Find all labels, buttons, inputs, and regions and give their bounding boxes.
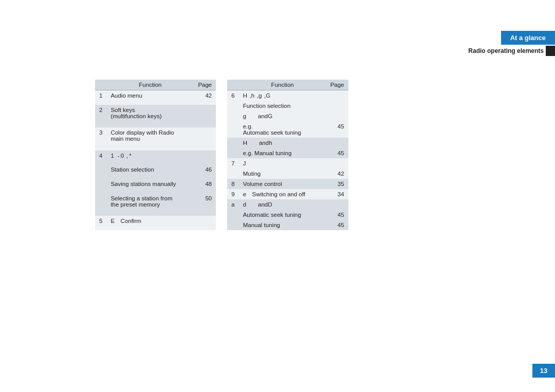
row-function: Soft keys(multifunction keys) [106,105,194,127]
table-row: Selecting a station fromthe preset memor… [95,193,216,216]
left-function-table: Function Page 1Audio menu422Soft keys(mu… [95,80,216,230]
table-row: Station selection46 [95,164,216,179]
row-num: 7 [227,158,238,169]
table-row: Function selection [227,101,348,111]
row-function: 1 - 0 , * [106,151,194,165]
row-page: 45 [326,121,348,138]
row-page: 48 [194,179,216,193]
row-num: 1 [95,90,106,105]
row-page [326,90,348,101]
row-num: 9 [227,189,238,199]
row-num [227,169,238,179]
row-num: 3 [95,127,106,150]
row-page [194,216,216,230]
row-page: 45 [326,220,348,230]
row-num [95,164,106,179]
left-header-num [95,80,106,90]
row-num: 8 [227,179,238,189]
row-num [227,101,238,111]
table-row: e.g. Manual tuning45 [227,148,348,158]
radio-operating-elements-label: Radio operating elements [468,47,546,54]
row-function: e.g.Automatic seek tuning [239,121,326,138]
page-number-badge: 13 [532,364,555,378]
row-function: Station selection [106,164,194,179]
row-num [227,210,238,220]
row-num [227,138,238,148]
radio-operating-elements-row: Radio operating elements [468,46,555,56]
table-row: ad andD [227,199,348,210]
table-row: 1Audio menu42 [95,90,216,105]
row-function: Volume control [239,179,326,189]
right-header-function: Function [239,80,326,90]
row-page [194,105,216,127]
row-page [326,199,348,210]
row-function: g andG [239,111,326,121]
table-row: 9e Switching on and off34 [227,189,348,199]
black-square-decoration [546,46,555,56]
row-num: 5 [95,216,106,230]
left-header-page: Page [194,80,216,90]
row-page: 50 [194,193,216,216]
table-row: Saving stations manually48 [95,179,216,193]
row-function: e Switching on and off [239,189,326,199]
row-num: 4 [95,151,106,165]
row-function: Audio menu [106,90,194,105]
header-area: At a glance Radio operating elements [468,31,555,56]
table-row: Manual tuning45 [227,220,348,230]
row-page [326,101,348,111]
row-function: Selecting a station fromthe preset memor… [106,193,194,216]
main-content: Function Page 1Audio menu422Soft keys(mu… [95,80,348,230]
table-row: e.g.Automatic seek tuning45 [227,121,348,138]
row-num [227,121,238,138]
table-row: 3Color display with Radiomain menu [95,127,216,150]
row-page: 45 [326,148,348,158]
row-page [194,127,216,150]
row-function: H ,h ,g ,G [239,90,326,101]
table-row: 7J [227,158,348,169]
row-function: H andh [239,138,326,148]
row-page [326,138,348,148]
row-page: 45 [326,210,348,220]
table-row: H andh [227,138,348,148]
table-row: 41 - 0 , * [95,151,216,165]
right-header-page: Page [326,80,348,90]
right-function-table: Function Page 6H ,h ,g ,GFunction select… [227,80,348,230]
row-num [95,179,106,193]
row-function: e.g. Manual tuning [239,148,326,158]
at-a-glance-label: At a glance [501,31,555,45]
table-row: Muting42 [227,169,348,179]
row-function: Muting [239,169,326,179]
row-page: 42 [326,169,348,179]
right-header-num [227,80,238,90]
table-row: 2Soft keys(multifunction keys) [95,105,216,127]
table-row: Automatic seek tuning45 [227,210,348,220]
row-page: 42 [194,90,216,105]
row-function: Saving stations manually [106,179,194,193]
row-function: Color display with Radiomain menu [106,127,194,150]
table-row: 8Volume control35 [227,179,348,189]
row-page: 35 [326,179,348,189]
row-num [95,193,106,216]
row-page [326,158,348,169]
table-row: g andG [227,111,348,121]
row-num [227,220,238,230]
table-row: 6H ,h ,g ,G [227,90,348,101]
row-num [227,111,238,121]
row-page: 46 [194,164,216,179]
left-header-function: Function [106,80,194,90]
row-page [326,111,348,121]
row-function: Function selection [239,101,326,111]
row-function: Manual tuning [239,220,326,230]
table-row: 5E Confirm [95,216,216,230]
row-function: Automatic seek tuning [239,210,326,220]
row-function: E Confirm [106,216,194,230]
row-num: 2 [95,105,106,127]
row-num: 6 [227,90,238,101]
row-function: J [239,158,326,169]
row-page [194,151,216,165]
row-num: a [227,199,238,210]
row-function: d andD [239,199,326,210]
row-page: 34 [326,189,348,199]
row-num [227,148,238,158]
